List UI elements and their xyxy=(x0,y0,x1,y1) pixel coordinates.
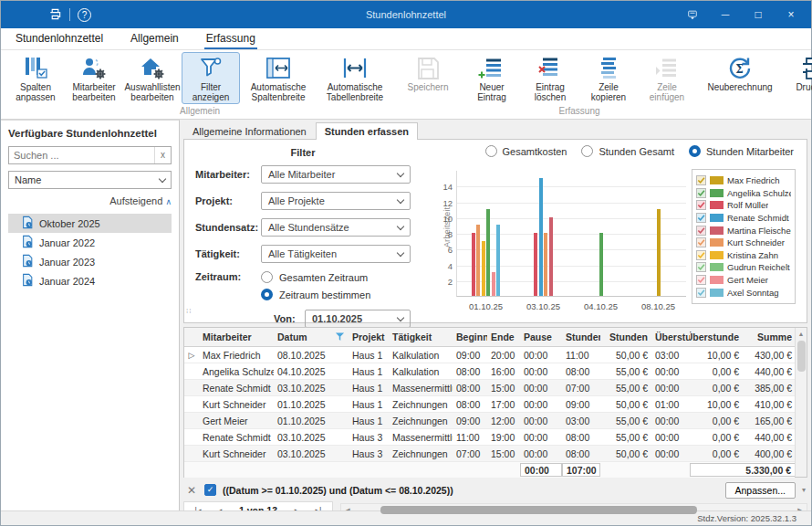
filter-dropdown-icon[interactable]: ▾ xyxy=(802,486,806,494)
table-row[interactable]: Kurt Schneider01.10.2025Haus 1Zeichnunge… xyxy=(184,396,795,413)
legend-checkbox[interactable] xyxy=(696,188,706,198)
legend-checkbox[interactable] xyxy=(696,213,706,223)
table-row[interactable]: Angelika Schulze04.10.2025Haus 1Kalkulat… xyxy=(184,363,795,380)
spalten-anpassen-button[interactable]: Spalten anpassen xyxy=(6,52,65,104)
column-header-beginn[interactable]: Beginn xyxy=(453,331,487,342)
column-header--berstunde[interactable]: Überstunde xyxy=(690,331,743,342)
zeile-kopieren-button[interactable]: Zeile kopieren xyxy=(579,52,638,104)
table-row[interactable]: Renate Schmidt03.10.2025Haus 1Massenermi… xyxy=(184,380,795,396)
chart-radio-gesamtkosten[interactable]: Gesamtkosten xyxy=(485,145,567,157)
vertical-scrollbar[interactable]: ▲ xyxy=(795,328,807,477)
ribbon-group-Allgemein: Spalten anpassenMitarbeiter bearbeitenAu… xyxy=(6,52,393,119)
menu-tab-stundenlohnzettel[interactable]: Stundenlohnzettel xyxy=(14,28,105,49)
chart-radio-stunden-gesamt[interactable]: Stunden Gesamt xyxy=(581,145,674,157)
adjust-filter-button[interactable]: Anpassen... xyxy=(725,482,796,499)
horizontal-scroll-thumb[interactable] xyxy=(380,506,697,514)
column-filter-icon[interactable] xyxy=(335,331,345,343)
neuer-eintrag-button[interactable]: Neuer Eintrag xyxy=(463,52,521,104)
sidebar-item-januar-2024[interactable]: Januar 2024 xyxy=(8,271,172,290)
column-header--berstu[interactable]: Überstu xyxy=(651,331,690,342)
menu-tab-allgemein[interactable]: Allgemein xyxy=(129,28,181,49)
sidebar-item-januar-2022[interactable]: Januar 2022 xyxy=(8,233,172,252)
automatische-spaltenbreite-button[interactable]: Automatische Spaltenbreite xyxy=(240,52,317,104)
splitter-grip[interactable]: ⁞⁞ xyxy=(186,307,192,315)
help-icon[interactable]: ? xyxy=(78,8,91,22)
filter-anzeigen-button[interactable]: Filter anzeigen xyxy=(182,52,240,104)
remove-filter-icon[interactable]: ✕ xyxy=(185,484,198,497)
sort-field-select[interactable]: Name xyxy=(8,171,172,189)
projekt-select[interactable]: Alle Projekte xyxy=(261,192,411,210)
legend-checkbox[interactable] xyxy=(696,275,706,285)
vertical-scroll-thumb[interactable] xyxy=(797,341,806,372)
mitarbeiter-bearbeiten-button[interactable]: Mitarbeiter bearbeiten xyxy=(65,52,123,104)
table-cell: Haus 1 xyxy=(349,416,389,426)
column-header-mitarbeiter[interactable]: Mitarbeiter xyxy=(199,331,274,342)
table-cell: 55,00 € xyxy=(600,366,651,377)
radio-zeitraum-bestimmen[interactable] xyxy=(261,289,273,300)
house-gear-icon xyxy=(139,56,166,81)
add-row-icon xyxy=(478,56,505,81)
legend-checkbox[interactable] xyxy=(696,237,706,247)
scroll-up-icon[interactable]: ▲ xyxy=(798,328,805,340)
table-row[interactable]: Renate Schmidt03.10.2025Haus 3Massenermi… xyxy=(184,429,795,446)
legend-checkbox[interactable] xyxy=(696,226,706,236)
von-date-select[interactable]: 01.10.2025 xyxy=(305,310,411,328)
table-cell: 16:00 xyxy=(487,366,520,377)
maximize-button[interactable]: □ xyxy=(744,4,773,26)
clear-search-button[interactable]: x xyxy=(154,147,171,163)
tab-stunden-erfassen[interactable]: Stunden erfassen xyxy=(316,122,418,140)
column-header-summe[interactable]: Summe xyxy=(743,331,796,342)
taetigkeit-select[interactable]: Alle Tätigkeiten xyxy=(261,245,411,263)
column-header-ende[interactable]: Ende xyxy=(487,331,520,342)
legend-swatch xyxy=(710,176,724,184)
radio-gesamten-zeitraum[interactable] xyxy=(261,271,273,283)
stundensatz-select[interactable]: Alle Stundensätze xyxy=(261,218,411,237)
print-icon[interactable] xyxy=(48,7,62,23)
chart-bar xyxy=(472,233,475,296)
legend-checkbox[interactable] xyxy=(696,288,706,298)
tab-allgemeine-informationen[interactable]: Allgemeine Informationen xyxy=(183,122,316,140)
auswahllisten-bearbeiten-button[interactable]: Auswahllisten bearbeiten xyxy=(123,52,182,104)
sidebar-item-januar-2023[interactable]: Januar 2023 xyxy=(8,252,172,271)
table-row[interactable]: Gert Meier01.10.2025Haus 1Zeichnungen09:… xyxy=(184,413,795,429)
legend-name: Gert Meier xyxy=(727,275,768,285)
ribbon-pin-icon[interactable] xyxy=(678,4,707,26)
automatische-tabellenbreite-button[interactable]: Automatische Tabellenbreite xyxy=(317,52,393,104)
table-cell: Kalkulation xyxy=(389,366,453,377)
column-header-pause[interactable]: Pause xyxy=(520,331,562,342)
legend-swatch xyxy=(710,251,724,259)
sidebar-item-oktober-2025[interactable]: Oktober 2025 xyxy=(8,214,172,233)
ribbon-group-misc3: ΣNeuberechnung xyxy=(702,52,778,119)
chevron-down-icon xyxy=(397,222,404,229)
column-header-stunden[interactable]: Stunden xyxy=(600,331,651,342)
chart-radio-stunden-mitarbeiter[interactable]: Stunden Mitarbeiter xyxy=(689,145,794,157)
table-header-row: MitarbeiterDatumProjektTätigkeitBeginnEn… xyxy=(184,328,795,347)
legend-checkbox[interactable] xyxy=(696,250,706,260)
delete-row-icon xyxy=(536,56,564,81)
neuberechnung-button[interactable]: ΣNeuberechnung xyxy=(702,52,778,94)
mitarbeiter-select[interactable]: Alle Mitarbeiter xyxy=(261,165,411,184)
sort-order-toggle[interactable]: Aufsteigend ∧ xyxy=(8,195,172,206)
column-header-t-tigkeit[interactable]: Tätigkeit xyxy=(389,331,453,342)
menu-tab-erfassung[interactable]: Erfassung xyxy=(204,28,257,49)
table-row[interactable]: ▷Max Friedrich08.10.2025Haus 1Kalkulatio… xyxy=(184,347,795,363)
ribbon-group-label: Erfassung xyxy=(463,106,696,119)
column-header-projekt[interactable]: Projekt xyxy=(349,331,389,342)
filter-active-checkbox[interactable]: ✓ xyxy=(204,484,216,496)
close-button[interactable]: × xyxy=(776,4,806,26)
column-header-stunden[interactable]: Stunden xyxy=(562,331,600,342)
legend-checkbox[interactable] xyxy=(696,200,706,210)
legend-checkbox[interactable] xyxy=(696,175,706,185)
horizontal-scrollbar[interactable]: ◀ ▶ xyxy=(340,503,807,517)
main-area: Verfügbare Stundenlohnzettel x Name Aufs… xyxy=(1,120,811,510)
table-width-icon xyxy=(341,56,369,81)
total-stunden: 107:00 xyxy=(562,463,600,477)
drucken-button[interactable]: Drucken xyxy=(784,52,812,94)
eintrag-loeschen-button[interactable]: Eintrag löschen xyxy=(521,52,579,104)
legend-checkbox[interactable] xyxy=(696,262,706,272)
table-cell: 55,00 € xyxy=(600,416,651,426)
table-row[interactable]: Kurt Schneider03.10.2025Haus 3Zeichnunge… xyxy=(184,446,795,462)
minimize-button[interactable]: ─ xyxy=(711,4,740,26)
column-header-datum[interactable]: Datum xyxy=(274,331,349,343)
search-input[interactable] xyxy=(9,150,154,161)
